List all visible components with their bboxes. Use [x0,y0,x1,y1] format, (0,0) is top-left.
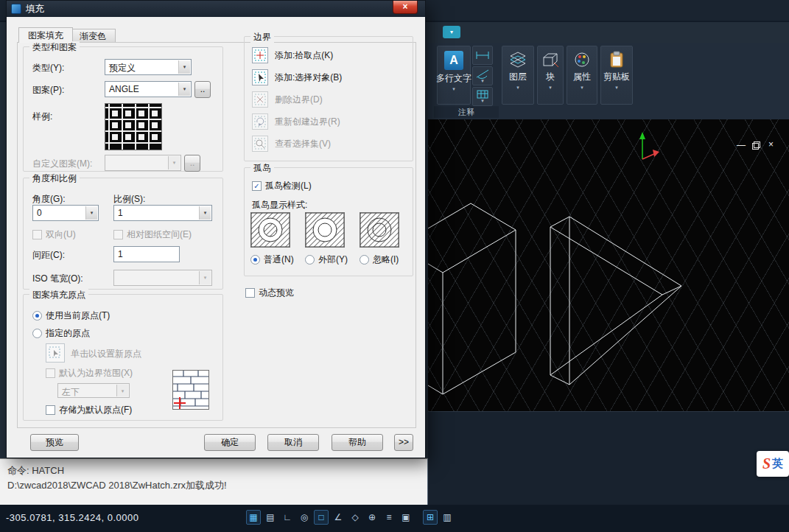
layout-toggle[interactable]: ▥ [440,510,455,525]
specified-origin-radio[interactable]: 指定的原点 [32,327,90,340]
status-toggles: ▦ ▤ ∟ ◎ □ ∠ ◇ ⊕ ≡ ▣ ⊞ ▥ [246,510,455,525]
island-style-outer-image[interactable] [305,212,345,248]
pattern-browse-button[interactable]: .. [194,81,211,98]
layers-icon [508,51,528,69]
restore-icon [752,141,760,150]
mtext-icon: A [444,51,463,70]
checkbox-icon [46,368,55,378]
dim-dropdown-icon: ▾ [481,79,484,83]
canvas-close-button[interactable]: × [768,140,774,149]
angle-combo[interactable]: 0▾ [32,205,99,221]
command-line-2: D:\zwcad2018\ZWCAD 2018\ZwHatch.zrx加载成功! [7,478,420,493]
dim-linear-icon [475,50,490,60]
command-window[interactable]: 命令: HATCH D:\zwcad2018\ZWCAD 2018\ZwHatc… [0,458,428,505]
canvas-minimize-button[interactable]: — [737,141,746,150]
remove-boundary-icon [252,91,268,108]
block-label: 块 [546,71,555,83]
hatch-dialog-icon [11,4,21,14]
ucs-toggle[interactable]: ◇ [348,510,362,525]
lower-panel [428,411,789,505]
ribbon-mtext-button[interactable]: A 多行文字 ▾ [437,46,471,105]
ribbon-block-button[interactable]: 块 ▾ [537,46,564,105]
chevron-down-icon[interactable]: ▾ [199,206,211,220]
table-button[interactable]: ▾ [472,87,493,106]
radio-icon [305,255,315,265]
island-outer-radio[interactable]: 外部(Y) [305,253,348,266]
radio-icon [32,329,42,338]
dim-linear-button[interactable] [472,46,493,65]
island-normal-radio[interactable]: 普通(N) [250,253,294,266]
view-selection-icon [252,136,268,152]
model-toggle[interactable]: ⊞ [423,510,438,525]
cancel-button[interactable]: 取消 [267,434,319,451]
checkbox-icon [245,288,255,298]
recreate-boundary-icon [252,113,268,130]
sample-swatch[interactable] [105,103,162,150]
ortho-toggle[interactable]: ∟ [280,510,295,525]
island-style-normal-image[interactable] [250,212,290,248]
ribbon-panel-label[interactable]: 注释 [434,106,499,118]
pattern-label: 图案(P): [32,84,64,97]
type-combo[interactable]: 预定义▾ [105,59,192,75]
chevron-down-icon: ▾ [168,156,180,169]
dialog-close-button[interactable]: × [393,1,418,14]
ok-button[interactable]: 确定 [204,434,256,451]
hatch-origin-group: 图案填充原点 使用当前原点(T) 指定的原点 单击以设置新原点 默认为边界范围(… [23,294,223,421]
pattern-combo[interactable]: ANGLE▾ [105,81,192,97]
otrack-toggle[interactable]: ∠ [331,510,346,525]
preview-button[interactable]: 预览 [30,434,79,451]
osnap-toggle[interactable]: □ [314,510,329,525]
workspace-dropdown-icon[interactable]: ▾ [443,26,460,38]
checkbox-icon [113,230,123,239]
chevron-down-icon[interactable]: ▾ [85,206,97,220]
angle-scale-group-title: 角度和比例 [29,172,80,185]
dyn-toggle[interactable]: ⊕ [365,510,379,525]
island-group-title: 孤岛 [250,162,274,175]
ribbon-layer-button[interactable]: 图层 ▾ [502,46,534,105]
grid-toggle[interactable]: ▦ [246,510,261,525]
polar-toggle[interactable]: ◎ [297,510,312,525]
dim-angular-button[interactable]: ▾ [472,66,493,85]
snap-toggle[interactable]: ▤ [263,510,278,525]
ime-badge[interactable]: S 英 [757,451,789,477]
island-detection-checkbox[interactable]: ✓孤岛检测(L) [252,180,312,192]
ribbon-clipboard-button[interactable]: 剪贴板 ▾ [600,46,633,105]
island-group: 孤岛 ✓孤岛检测(L) 孤岛显示样式: [244,167,413,276]
recreate-boundary-button: 重新创建边界(R) [252,113,340,130]
add-pick-points-button[interactable]: 添加:拾取点(K) [252,47,333,63]
tab-hatch[interactable]: 图案填充 [18,27,73,43]
dialog-titlebar[interactable]: 填充 [7,1,425,17]
store-default-origin-checkbox[interactable]: 存储为默认原点(F) [46,404,132,416]
mtext-dropdown-icon: ▾ [452,87,455,91]
iso-pen-width-combo: ▾ [113,270,212,286]
screen: 功能受限) - [Drawing1.dwg] — □ × ▾ A 多行文字 ▾ … [0,0,789,532]
radio-icon [360,255,369,265]
lineweight-toggle[interactable]: ≡ [382,510,396,525]
quick-properties-toggle[interactable]: ▣ [399,510,413,525]
ime-logo: S [762,455,771,472]
dynamic-preview-checkbox[interactable]: 动态预览 [245,287,294,299]
layer-dropdown-icon: ▾ [516,85,519,90]
scale-combo[interactable]: 1▾ [113,205,212,221]
spacing-input[interactable] [113,246,180,262]
select-objects-icon [252,69,268,85]
table-dropdown-icon: ▾ [481,99,484,103]
chevron-down-icon[interactable]: ▾ [178,83,190,96]
help-button[interactable]: 帮助 [332,434,383,451]
view-selection-button: 查看选择集(V) [252,136,331,152]
use-current-origin-radio[interactable]: 使用当前原点(T) [32,309,110,322]
spacing-label: 间距(C): [32,249,65,262]
properties-label: 属性 [573,71,591,83]
origin-preview [172,370,209,410]
boundary-group-title: 边界 [250,31,274,43]
canvas-restore-button[interactable] [752,139,760,153]
scale-label: 比例(S): [113,193,145,206]
expand-button[interactable]: >> [394,434,413,451]
island-ignore-radio[interactable]: 忽略(I) [360,253,399,266]
ribbon-properties-button[interactable]: 属性 ▾ [567,46,597,105]
chevron-down-icon[interactable]: ▾ [178,60,190,74]
command-line-1: 命令: HATCH [7,463,420,478]
dim-angular-icon [475,69,490,79]
add-select-objects-button[interactable]: 添加:选择对象(B) [252,69,342,85]
island-style-ignore-image[interactable] [360,212,399,248]
